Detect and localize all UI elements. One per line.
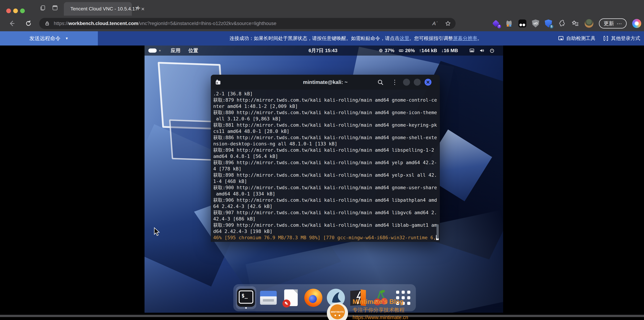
power-icon[interactable] [489,48,495,53]
terminal-output[interactable]: .2-1 [36.8 kB]获取:879 http://mirror.twds.… [211,90,440,242]
connection-status-message: 连接成功：如果长时间处于黑屏状态，请按任意键唤醒。如需粘贴命令，请点击这里。您可… [230,31,482,46]
display-icon[interactable] [469,48,475,53]
files-app-icon [260,291,277,305]
kali-top-bar: 应用 位置 6月7日 15:43 37% [144,46,503,56]
memory-usage: 26% [398,48,415,53]
terminal-line: 获取:896 http://mirror.twds.com.tw/kali ka… [213,159,438,166]
cpu-percent: 37% [385,48,394,53]
banner-text: 。您可根据指引调整 [409,35,453,42]
url-text: https://workbench.cloud.tencent.com/vnc?… [54,21,276,26]
terminal-line: 46% [595 chromium 76.9 MB/78.3 MB 98%] [… [213,235,438,241]
url-path: /vnc?regionId=5&instanceId=lhins-o12z02k… [138,21,276,26]
kali-desktop[interactable]: 应用 位置 6月7日 15:43 37% [144,46,503,313]
lock-icon[interactable] [44,21,50,26]
memory-percent: 26% [405,48,415,53]
self-check-label: 自助检测工具 [566,35,596,42]
blue-shield-extension-icon[interactable]: 5 [545,20,552,28]
browser-chrome: Tencent Cloud VNC - 10.5.4.17 × + https:… [0,0,644,31]
terminal-line: .2-1 [36.8 kB] [213,91,438,97]
terminal-line: 获取:880 http://mirror.twds.com.tw/kali ka… [213,109,438,116]
collections-icon[interactable] [571,20,579,28]
terminal-scrollbar-thumb[interactable] [436,224,439,239]
chevron-down-icon: ▼ [65,37,68,41]
resolution-link[interactable]: 屏幕分辨率 [453,35,477,42]
update-button[interactable]: 更新 ⋯ [599,19,627,29]
terminal-line: 4 [778 kB] [213,166,438,172]
dock-item-files[interactable] [258,286,279,309]
terminal-line: 获取:881 http://mirror.twds.com.tw/kali ka… [213,122,438,128]
dock-item-terminal[interactable]: $_ [236,286,256,309]
sidebar-toggle-icon[interactable] [52,5,58,11]
dock-item-text-editor[interactable]: ✎ [281,286,301,309]
profile-avatar[interactable] [585,19,593,28]
copilot-icon[interactable] [632,19,641,28]
search-icon[interactable] [377,79,384,85]
watermark-badge-text: MINTIMATE [331,311,344,313]
terminal-app-icon: $_ [237,289,255,307]
address-bar[interactable]: https://workbench.cloud.tencent.com/vnc?… [39,18,456,29]
send-remote-command-button[interactable]: 发送远程命令 ▼ [0,31,98,46]
cpu-icon [378,48,383,53]
ublock-extension-icon[interactable]: uO [532,20,539,28]
menu-applications[interactable]: 应用 [171,47,180,54]
mouse-cursor [153,227,161,236]
paste-here-link[interactable]: 这里 [400,35,409,42]
workspace-dot-indicator[interactable] [159,50,161,51]
reload-icon[interactable] [25,20,32,27]
window-close-button[interactable] [6,9,11,13]
tampermonkey-extension-icon[interactable] [518,20,526,28]
update-label: 更新 [604,20,614,27]
tab-title: Tencent Cloud VNC - 10.5.4.17 [70,6,138,12]
other-login-label: 其他登录方式 [611,35,640,42]
page-bottom-scrollbar[interactable] [0,315,644,317]
terminal-close-button[interactable]: ✕ [424,79,432,86]
self-check-tool-button[interactable]: 自助检测工具 [558,35,596,42]
favorite-star-icon[interactable] [445,20,451,27]
purple-diamond-extension-icon[interactable]: 7 [492,20,500,27]
banner-text: 连接成功：如果长时间处于黑屏状态，请按任意键唤醒。如需粘贴命令，请点击 [230,35,400,42]
terminal-line: 获取:909 http://mirror.twds.com.tw/kali ka… [213,222,438,228]
menu-places[interactable]: 位置 [188,47,198,54]
browser-tab[interactable]: Tencent Cloud VNC - 10.5.4.17 × [64,2,132,16]
volume-icon[interactable] [479,48,485,53]
cpu-usage: 37% [378,48,394,53]
watermark-owl-logo: MINTIMATE [330,304,345,319]
terminal-line: 获取:894 http://mirror.twds.com.tw/kali ka… [213,147,438,153]
new-tab-button[interactable]: + [136,3,140,13]
more-menu-icon[interactable]: ⋯ [617,21,622,27]
window-minimize-button[interactable] [13,9,18,13]
workspace-pill-indicator[interactable] [148,49,157,53]
read-aloud-icon[interactable]: Aʾ [432,21,438,26]
watermark-text: Mintimate's Blog 专注于你分享技术教程 https://www.… [352,298,408,320]
send-remote-command-label: 发送远程命令 [29,35,60,42]
cat-extension-icon[interactable] [505,20,513,27]
switch-login-icon [603,36,608,41]
terminal-line: 获取:879 http://mirror.twds.com.tw/kali ka… [213,97,438,103]
terminal-line: all 3.12.0-6 [9,863 kB] [213,116,438,122]
terminal-maximize-button[interactable] [414,79,421,86]
tab-overview-icon[interactable] [40,5,46,11]
terminal-line: amd64 0.4.8-1 [56.4 kB] [213,153,438,159]
extension-badge: 5 [549,24,554,29]
other-login-button[interactable]: 其他登录方式 [603,35,640,42]
vnc-canvas-area: 应用 位置 6月7日 15:43 37% [0,46,644,320]
back-icon[interactable] [8,20,15,27]
clock[interactable]: 6月7日 15:43 [308,47,338,54]
tab-close-icon[interactable]: × [140,6,146,12]
window-zoom-button[interactable] [20,9,25,13]
browser-toolbar: https://workbench.cloud.tencent.com/vnc?… [0,16,644,31]
terminal-line: 1-4 [468 kB] [213,178,438,185]
kebab-menu-icon[interactable]: ⋮ [392,79,398,85]
terminal-title: mintimate@kali: ~ [303,79,348,85]
running-indicator-dot [245,307,247,309]
terminal-minimize-button[interactable] [403,79,410,86]
terminal-line: amd64 48.0-1 [334 kB] [213,191,438,197]
monitor-check-icon [558,36,564,41]
terminal-titlebar[interactable]: mintimate@kali: ~ ⋮ ✕ [211,75,440,90]
dock-item-firefox[interactable] [303,286,324,309]
terminal-line: d64 2.42.4-3 [198 kB] [213,228,438,235]
puzzle-icon[interactable] [558,20,566,28]
new-tab-terminal-icon[interactable] [214,79,222,86]
terminal-window[interactable]: mintimate@kali: ~ ⋮ ✕ .2-1 [36.8 kB]获取:8… [211,75,440,242]
memory-icon [398,48,404,53]
